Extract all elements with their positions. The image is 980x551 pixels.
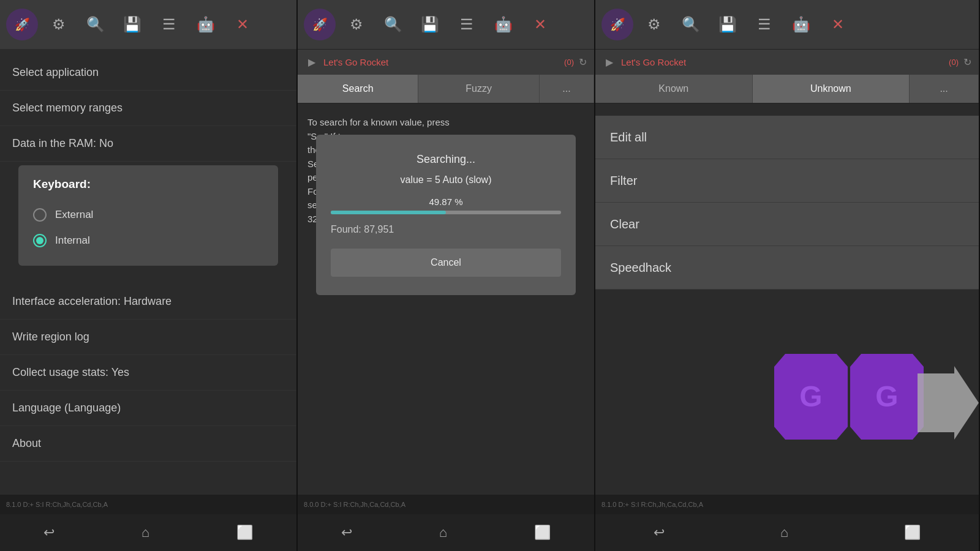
bottom-nav-1: ↩ ⌂ ⬜ <box>0 514 296 551</box>
context-menu-clear[interactable]: Clear <box>595 203 979 246</box>
keyboard-external-radio[interactable] <box>33 208 47 222</box>
search-tabs: Search Fuzzy ... <box>298 75 594 103</box>
progress-dialog: Searching... value = 5 Auto (slow) 49.87… <box>316 135 576 295</box>
tab-fuzzy[interactable]: Fuzzy <box>418 75 539 103</box>
recents-btn-2[interactable]: ⬜ <box>524 520 560 545</box>
settings-icon-3[interactable]: ⚙ <box>638 9 670 40</box>
found-count: Found: 87,951 <box>331 224 561 235</box>
searching-value: value = 5 Auto (slow) <box>331 174 561 186</box>
toolbar-3: 🚀 ⚙ 🔍 💾 ☰ 🤖 ✕ <box>595 0 979 49</box>
panel3-body: To search for a known value, press "Know… <box>595 103 979 495</box>
bottom-nav-2: ↩ ⌂ ⬜ <box>298 514 594 551</box>
progress-bar-background <box>331 211 561 214</box>
panel-known-unknown: 🚀 ⚙ 🔍 💾 ☰ 🤖 ✕ ▶ Let's Go Rocket (0) ↻ Kn… <box>595 0 980 551</box>
about-item[interactable]: About <box>0 426 296 462</box>
gg-arrow-logo <box>918 366 979 440</box>
app-status-bar-2: ▶ Let's Go Rocket (0) ↻ <box>298 49 594 75</box>
context-menu-speedhack[interactable]: Speedhack <box>595 246 979 290</box>
close-icon-1[interactable]: ✕ <box>227 9 258 40</box>
keyboard-dialog-title: Keyboard: <box>33 178 263 191</box>
search-icon-3[interactable]: 🔍 <box>675 9 707 40</box>
tab-unknown[interactable]: Unknown <box>753 75 910 103</box>
data-in-ram-item[interactable]: Data in the RAM: No <box>0 126 296 162</box>
searching-percent: 49.87 % <box>331 197 561 207</box>
close-icon-2[interactable]: ✕ <box>524 9 556 40</box>
android-icon-3[interactable]: 🤖 <box>785 9 817 40</box>
settings-icon-1[interactable]: ⚙ <box>43 9 75 40</box>
panel-search: 🚀 ⚙ 🔍 💾 ☰ 🤖 ✕ ▶ Let's Go Rocket (0) ↻ Se… <box>298 0 595 551</box>
app-icon-2[interactable]: 🚀 <box>304 9 336 40</box>
search-icon-2[interactable]: 🔍 <box>377 9 409 40</box>
app-status-bar-3: ▶ Let's Go Rocket (0) ↻ <box>595 49 979 75</box>
recents-btn-3[interactable]: ⬜ <box>894 520 930 545</box>
back-btn-3[interactable]: ↩ <box>644 520 674 545</box>
search-icon-1[interactable]: 🔍 <box>80 9 111 40</box>
collect-usage-stats-item[interactable]: Collect usage stats: Yes <box>0 355 296 391</box>
android-icon-1[interactable]: 🤖 <box>190 9 222 40</box>
gg-logo-2: G <box>850 354 924 440</box>
status-text-3: 8.1.0 D:+ S:I R:Ch,Jh,Ca,Cd,Cb,A <box>601 501 703 508</box>
list-icon-1[interactable]: ☰ <box>153 9 185 40</box>
write-region-log-item[interactable]: Write region log <box>0 320 296 355</box>
count-badge-2: (0) <box>564 58 574 67</box>
context-menu-filter[interactable]: Filter <box>595 159 979 203</box>
gg-logos-container: G G <box>774 354 979 440</box>
status-text-2: 8.0.0 D:+ S:I R:Ch,Jh,Ca,Cd,Cb,A <box>304 501 405 508</box>
keyboard-internal-option[interactable]: Internal <box>33 228 263 253</box>
cancel-search-button[interactable]: Cancel <box>331 249 561 277</box>
back-btn-2[interactable]: ↩ <box>331 520 362 545</box>
app-name-3: Let's Go Rocket <box>621 57 944 67</box>
status-bar-3: 8.1.0 D:+ S:I R:Ch,Jh,Ca,Cd,Cb,A <box>595 495 979 514</box>
gg-logo-1: G <box>774 354 848 440</box>
app-name-2: Let's Go Rocket <box>323 57 559 67</box>
app-icon-3[interactable]: 🚀 <box>601 9 633 40</box>
keyboard-external-option[interactable]: External <box>33 202 263 228</box>
select-application-item[interactable]: Select application <box>0 55 296 91</box>
recents-btn-1[interactable]: ⬜ <box>227 520 263 545</box>
home-btn-3[interactable]: ⌂ <box>771 520 798 545</box>
refresh-icon-2[interactable]: ↻ <box>579 56 587 68</box>
status-text-1: 8.1.0 D:+ S:I R:Ch,Jh,Ca,Cd,Cb,A <box>6 501 108 508</box>
tab-more-2[interactable]: ... <box>540 75 594 103</box>
tab-known[interactable]: Known <box>595 75 753 103</box>
back-btn-1[interactable]: ↩ <box>34 520 64 545</box>
context-menu-edit-all[interactable]: Edit all <box>595 116 979 159</box>
play-button-2[interactable]: ▶ <box>305 56 318 69</box>
list-icon-2[interactable]: ☰ <box>451 9 483 40</box>
select-memory-ranges-item[interactable]: Select memory ranges <box>0 91 296 126</box>
tab-more-3[interactable]: ... <box>910 75 979 103</box>
save-icon-1[interactable]: 💾 <box>116 9 148 40</box>
toolbar-1: 🚀 ⚙ 🔍 💾 ☰ 🤖 ✕ <box>0 0 296 49</box>
list-icon-3[interactable]: ☰ <box>748 9 780 40</box>
settings-list: Select application Select memory ranges … <box>0 49 296 495</box>
tab-search[interactable]: Search <box>298 75 418 103</box>
panel-settings: 🚀 ⚙ 🔍 💾 ☰ 🤖 ✕ Select application Select … <box>0 0 298 551</box>
known-unknown-tabs: Known Unknown ... <box>595 75 979 103</box>
home-btn-2[interactable]: ⌂ <box>429 520 457 545</box>
bottom-nav-3: ↩ ⌂ ⬜ <box>595 514 979 551</box>
keyboard-dialog: Keyboard: External Internal <box>18 165 278 266</box>
play-button-3[interactable]: ▶ <box>603 56 616 69</box>
app-icon-1[interactable]: 🚀 <box>6 9 38 40</box>
context-menu: Edit all Filter Clear Speedhack <box>595 116 979 290</box>
keyboard-internal-label: Internal <box>55 234 90 247</box>
save-icon-3[interactable]: 💾 <box>712 9 744 40</box>
save-icon-2[interactable]: 💾 <box>414 9 446 40</box>
keyboard-external-label: External <box>55 209 93 221</box>
toolbar-2: 🚀 ⚙ 🔍 💾 ☰ 🤖 ✕ <box>298 0 594 49</box>
refresh-icon-3[interactable]: ↻ <box>963 56 971 68</box>
settings-icon-2[interactable]: ⚙ <box>341 9 372 40</box>
searching-title: Searching... <box>331 153 561 166</box>
count-badge-3: (0) <box>949 58 959 67</box>
interface-acceleration-item[interactable]: Interface acceleration: Hardware <box>0 284 296 320</box>
progress-bar-fill <box>331 211 446 214</box>
status-bar-2: 8.0.0 D:+ S:I R:Ch,Jh,Ca,Cd,Cb,A <box>298 495 594 514</box>
language-item[interactable]: Language (Language) <box>0 391 296 426</box>
status-bar-1: 8.1.0 D:+ S:I R:Ch,Jh,Ca,Cd,Cb,A <box>0 495 296 514</box>
close-icon-3[interactable]: ✕ <box>822 9 854 40</box>
android-icon-2[interactable]: 🤖 <box>488 9 519 40</box>
home-btn-1[interactable]: ⌂ <box>132 520 159 545</box>
keyboard-internal-radio[interactable] <box>33 234 47 247</box>
